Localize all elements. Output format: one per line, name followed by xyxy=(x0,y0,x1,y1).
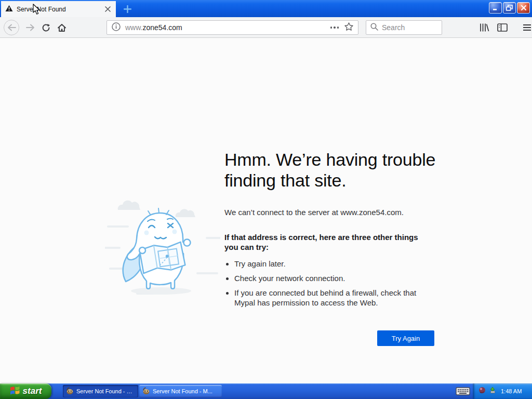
url-actions xyxy=(330,22,354,33)
warning-icon xyxy=(5,5,13,14)
eject-tray-icon[interactable] xyxy=(489,387,496,396)
url-prefix: www. xyxy=(125,23,142,32)
try-again-button[interactable]: Try Again xyxy=(377,330,434,346)
search-box[interactable] xyxy=(366,20,442,35)
back-button[interactable] xyxy=(4,20,19,35)
mouse-cursor xyxy=(33,4,41,17)
url-text[interactable]: www.zone54.com xyxy=(125,23,182,32)
list-item: If you are connected but behind a firewa… xyxy=(234,288,429,308)
bookmark-star-icon[interactable] xyxy=(344,22,353,33)
tab-close-icon[interactable] xyxy=(103,5,112,14)
mypal-icon xyxy=(142,387,150,396)
start-button[interactable]: start xyxy=(0,383,51,399)
url-bar[interactable]: www.zone54.com xyxy=(107,20,358,35)
mypal-icon xyxy=(66,387,74,396)
list-item: Try again later. xyxy=(234,259,429,269)
sidebar-icon[interactable] xyxy=(497,21,508,34)
error-intro: We can’t connect to the server at www.zo… xyxy=(224,208,437,217)
url-domain: zone54.com xyxy=(142,23,182,32)
forward-button[interactable] xyxy=(23,20,37,35)
reload-button[interactable] xyxy=(39,20,53,35)
keyboard-language-icon[interactable] xyxy=(456,386,470,396)
library-icon[interactable] xyxy=(478,21,490,34)
windows-flag-icon xyxy=(10,385,20,397)
error-heading: Hmm. We’re having trouble finding that s… xyxy=(224,149,438,191)
new-tab-button[interactable] xyxy=(119,2,136,17)
search-icon xyxy=(370,23,378,33)
taskbar-item-label: Server Not Found - M... xyxy=(153,388,212,394)
system-tray: 1:48 AM xyxy=(473,383,532,399)
tab-title: Server Not Found xyxy=(17,6,100,13)
page-content: Hmm. We’re having trouble finding that s… xyxy=(0,38,532,383)
error-suggestions-title: If that address is correct, here are thr… xyxy=(224,232,432,252)
titlebar: Server Not Found xyxy=(0,0,532,17)
close-button[interactable] xyxy=(517,2,530,14)
window-controls xyxy=(489,2,530,14)
search-input[interactable] xyxy=(382,23,437,32)
toolbar-right-icons xyxy=(478,20,532,35)
ball-tray-icon[interactable] xyxy=(478,387,486,396)
error-suggestions-list: Try again later. Check your network conn… xyxy=(234,259,429,312)
list-item: Check your network connection. xyxy=(234,273,429,283)
start-label: start xyxy=(23,386,42,396)
clock[interactable]: 1:48 AM xyxy=(501,388,522,394)
page-actions-icon[interactable] xyxy=(330,26,339,29)
taskbar-item-active[interactable]: Server Not Found - M... xyxy=(63,385,138,397)
restore-button[interactable] xyxy=(503,2,516,14)
taskbar-item-label: Server Not Found - M... xyxy=(76,388,135,394)
hamburger-menu-icon[interactable] xyxy=(521,21,532,34)
taskbar-item-inactive[interactable]: Server Not Found - M... xyxy=(139,385,222,397)
lost-mascot-illustration xyxy=(105,194,220,300)
home-button[interactable] xyxy=(55,20,69,35)
browser-tab[interactable]: Server Not Found xyxy=(1,1,116,17)
minimize-button[interactable] xyxy=(489,2,502,14)
site-info-icon[interactable] xyxy=(112,22,121,33)
taskbar: start Server Not Found - M... Server Not… xyxy=(0,383,532,399)
